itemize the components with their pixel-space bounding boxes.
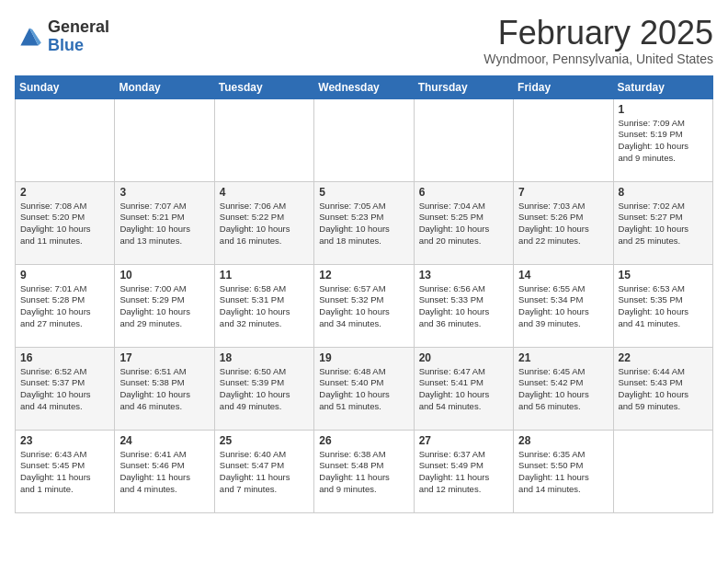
calendar-cell: 3Sunrise: 7:07 AM Sunset: 5:21 PM Daylig…	[115, 181, 214, 264]
calendar-cell	[214, 98, 313, 181]
day-number: 23	[20, 434, 109, 447]
logo-general-text: General	[48, 18, 109, 37]
calendar-cell: 23Sunrise: 6:43 AM Sunset: 5:45 PM Dayli…	[16, 430, 115, 512]
calendar-cell	[613, 430, 712, 512]
calendar-cell: 6Sunrise: 7:04 AM Sunset: 5:25 PM Daylig…	[414, 181, 513, 264]
calendar-week-row: 16Sunrise: 6:52 AM Sunset: 5:37 PM Dayli…	[16, 347, 713, 430]
calendar-cell: 13Sunrise: 6:56 AM Sunset: 5:33 PM Dayli…	[414, 264, 513, 347]
day-info: Sunrise: 7:07 AM Sunset: 5:21 PM Dayligh…	[119, 201, 209, 247]
day-info: Sunrise: 7:06 AM Sunset: 5:22 PM Dayligh…	[220, 201, 309, 247]
day-info: Sunrise: 6:57 AM Sunset: 5:32 PM Dayligh…	[319, 283, 408, 330]
day-number: 25	[220, 434, 309, 447]
calendar-cell: 18Sunrise: 6:50 AM Sunset: 5:39 PM Dayli…	[214, 347, 313, 430]
day-number: 9	[20, 269, 109, 282]
day-number: 27	[419, 434, 508, 447]
day-info: Sunrise: 6:55 AM Sunset: 5:34 PM Dayligh…	[518, 283, 608, 330]
logo-blue-text: Blue	[48, 37, 109, 55]
calendar-cell	[16, 98, 115, 181]
day-number: 2	[20, 186, 109, 199]
day-number: 26	[319, 434, 408, 447]
location-text: Wyndmoor, Pennsylvania, United States	[483, 52, 713, 66]
calendar-cell	[514, 98, 613, 181]
day-info: Sunrise: 6:35 AM Sunset: 5:50 PM Dayligh…	[518, 449, 608, 496]
weekday-header: Tuesday	[214, 75, 313, 98]
day-number: 15	[619, 269, 708, 282]
day-number: 19	[319, 351, 408, 364]
day-number: 8	[619, 186, 708, 199]
calendar-cell: 28Sunrise: 6:35 AM Sunset: 5:50 PM Dayli…	[514, 430, 613, 512]
day-number: 24	[119, 434, 209, 447]
calendar-cell: 11Sunrise: 6:58 AM Sunset: 5:31 PM Dayli…	[214, 264, 313, 347]
day-number: 16	[20, 351, 109, 364]
day-info: Sunrise: 7:09 AM Sunset: 5:19 PM Dayligh…	[619, 118, 708, 165]
calendar-cell: 10Sunrise: 7:00 AM Sunset: 5:29 PM Dayli…	[115, 264, 214, 347]
calendar-cell: 24Sunrise: 6:41 AM Sunset: 5:46 PM Dayli…	[115, 430, 214, 512]
day-info: Sunrise: 6:45 AM Sunset: 5:42 PM Dayligh…	[518, 366, 608, 413]
day-number: 20	[419, 351, 508, 364]
calendar-cell: 14Sunrise: 6:55 AM Sunset: 5:34 PM Dayli…	[514, 264, 613, 347]
calendar-cell: 7Sunrise: 7:03 AM Sunset: 5:26 PM Daylig…	[514, 181, 613, 264]
calendar-week-row: 9Sunrise: 7:01 AM Sunset: 5:28 PM Daylig…	[16, 264, 713, 347]
weekday-header: Saturday	[613, 75, 712, 98]
day-info: Sunrise: 6:56 AM Sunset: 5:33 PM Dayligh…	[419, 283, 508, 330]
day-info: Sunrise: 6:52 AM Sunset: 5:37 PM Dayligh…	[20, 366, 109, 413]
day-number: 7	[518, 186, 608, 199]
day-info: Sunrise: 6:53 AM Sunset: 5:35 PM Dayligh…	[619, 283, 708, 330]
weekday-header: Monday	[115, 75, 214, 98]
day-info: Sunrise: 7:08 AM Sunset: 5:20 PM Dayligh…	[20, 201, 109, 247]
day-info: Sunrise: 6:41 AM Sunset: 5:46 PM Dayligh…	[119, 449, 209, 496]
calendar-cell	[115, 98, 214, 181]
calendar-week-row: 1Sunrise: 7:09 AM Sunset: 5:19 PM Daylig…	[16, 98, 713, 181]
calendar-week-row: 2Sunrise: 7:08 AM Sunset: 5:20 PM Daylig…	[16, 181, 713, 264]
calendar-cell: 19Sunrise: 6:48 AM Sunset: 5:40 PM Dayli…	[314, 347, 414, 430]
day-info: Sunrise: 6:48 AM Sunset: 5:40 PM Dayligh…	[319, 366, 408, 413]
day-number: 18	[220, 351, 309, 364]
day-info: Sunrise: 6:40 AM Sunset: 5:47 PM Dayligh…	[220, 449, 309, 496]
day-info: Sunrise: 6:37 AM Sunset: 5:49 PM Dayligh…	[419, 449, 508, 496]
calendar-cell: 8Sunrise: 7:02 AM Sunset: 5:27 PM Daylig…	[613, 181, 712, 264]
weekday-header-row: SundayMondayTuesdayWednesdayThursdayFrid…	[16, 75, 713, 98]
weekday-header: Wednesday	[314, 75, 414, 98]
calendar-week-row: 23Sunrise: 6:43 AM Sunset: 5:45 PM Dayli…	[16, 430, 713, 512]
day-number: 3	[119, 186, 209, 199]
calendar-cell: 16Sunrise: 6:52 AM Sunset: 5:37 PM Dayli…	[16, 347, 115, 430]
day-number: 28	[518, 434, 608, 447]
weekday-header: Sunday	[16, 75, 115, 98]
calendar-cell: 27Sunrise: 6:37 AM Sunset: 5:49 PM Dayli…	[414, 430, 513, 512]
day-number: 17	[119, 351, 209, 364]
weekday-header: Thursday	[414, 75, 513, 98]
calendar-cell: 2Sunrise: 7:08 AM Sunset: 5:20 PM Daylig…	[16, 181, 115, 264]
day-info: Sunrise: 6:44 AM Sunset: 5:43 PM Dayligh…	[619, 366, 708, 413]
day-number: 1	[619, 103, 708, 116]
calendar-cell: 21Sunrise: 6:45 AM Sunset: 5:42 PM Dayli…	[514, 347, 613, 430]
calendar-cell: 17Sunrise: 6:51 AM Sunset: 5:38 PM Dayli…	[115, 347, 214, 430]
month-title: February 2025	[483, 15, 713, 52]
day-info: Sunrise: 6:50 AM Sunset: 5:39 PM Dayligh…	[220, 366, 309, 413]
day-number: 10	[119, 269, 209, 282]
calendar-cell: 5Sunrise: 7:05 AM Sunset: 5:23 PM Daylig…	[314, 181, 414, 264]
day-number: 12	[319, 269, 408, 282]
page-header: General Blue February 2025 Wyndmoor, Pen…	[15, 15, 713, 66]
calendar-cell: 26Sunrise: 6:38 AM Sunset: 5:48 PM Dayli…	[314, 430, 414, 512]
calendar-cell: 15Sunrise: 6:53 AM Sunset: 5:35 PM Dayli…	[613, 264, 712, 347]
day-info: Sunrise: 7:03 AM Sunset: 5:26 PM Dayligh…	[518, 201, 608, 247]
day-info: Sunrise: 7:01 AM Sunset: 5:28 PM Dayligh…	[20, 283, 109, 330]
logo: General Blue	[15, 18, 109, 55]
day-number: 13	[419, 269, 508, 282]
calendar-cell: 25Sunrise: 6:40 AM Sunset: 5:47 PM Dayli…	[214, 430, 313, 512]
day-number: 21	[518, 351, 608, 364]
day-info: Sunrise: 6:38 AM Sunset: 5:48 PM Dayligh…	[319, 449, 408, 496]
day-number: 14	[518, 269, 608, 282]
day-number: 4	[220, 186, 309, 199]
day-number: 11	[220, 269, 309, 282]
day-info: Sunrise: 7:00 AM Sunset: 5:29 PM Dayligh…	[119, 283, 209, 330]
day-number: 22	[619, 351, 708, 364]
day-info: Sunrise: 6:58 AM Sunset: 5:31 PM Dayligh…	[220, 283, 309, 330]
calendar-cell: 1Sunrise: 7:09 AM Sunset: 5:19 PM Daylig…	[613, 98, 712, 181]
calendar-cell: 22Sunrise: 6:44 AM Sunset: 5:43 PM Dayli…	[613, 347, 712, 430]
day-number: 5	[319, 186, 408, 199]
calendar-cell	[314, 98, 414, 181]
day-info: Sunrise: 7:04 AM Sunset: 5:25 PM Dayligh…	[419, 201, 508, 247]
day-info: Sunrise: 7:05 AM Sunset: 5:23 PM Dayligh…	[319, 201, 408, 247]
calendar-table: SundayMondayTuesdayWednesdayThursdayFrid…	[15, 75, 713, 513]
